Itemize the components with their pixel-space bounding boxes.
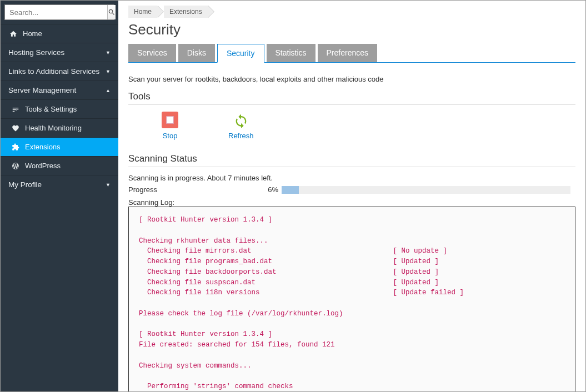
tab-services[interactable]: Services [128,44,176,62]
nav-extensions[interactable]: Extensions [1,137,118,156]
stop-button[interactable]: Stop [162,112,178,140]
breadcrumb-home[interactable]: Home [128,6,157,18]
nav-home[interactable]: Home [1,24,118,43]
search-input[interactable] [5,5,107,19]
refresh-button[interactable]: Refresh [228,112,254,140]
page-title: Security [118,18,585,44]
tab-security[interactable]: Security [217,44,264,63]
scan-log: [ Rootkit Hunter version 1.3.4 ] Checkin… [128,207,575,391]
puzzle-icon [11,143,21,151]
nav-item-label: Tools & Settings [25,105,77,113]
search-icon [108,8,116,16]
nav-additional-services[interactable]: Links to Additional Services▼ [1,62,118,81]
home-icon [8,30,18,38]
nav-health-monitoring[interactable]: Health Monitoring [1,118,118,137]
nav-item-label: WordPress [25,162,61,170]
page-description: Scan your server for rootkits, backdoors… [128,75,575,83]
nav-tools-settings[interactable]: Tools & Settings [1,99,118,118]
nav-section-label: Server Management [8,86,76,94]
tab-statistics[interactable]: Statistics [267,44,315,62]
caret-down-icon: ▼ [106,50,111,56]
nav-section-label: My Profile [8,180,42,189]
tools-heading: Tools [128,91,575,105]
nav-hosting-services[interactable]: Hosting Services▼ [1,43,118,62]
nav-my-profile[interactable]: My Profile▼ [1,175,118,194]
search-button[interactable] [107,5,116,19]
status-heading: Scanning Status [128,153,575,167]
progress-percent: 6% [262,185,278,194]
nav-server-management[interactable]: Server Management▲ [1,81,118,99]
sliders-icon [11,105,21,113]
breadcrumb: Home Extensions [118,3,585,18]
refresh-icon [233,112,249,128]
caret-down-icon: ▼ [106,69,111,74]
search-box [4,4,114,20]
tabs: Services Disks Security Statistics Prefe… [128,44,575,63]
main-content: Home Extensions Security Services Disks … [118,1,585,391]
sidebar: Home Hosting Services▼ Links to Addition… [1,1,118,391]
stop-icon [162,112,178,128]
progress-bar [282,186,570,194]
nav-section-label: Links to Additional Services [8,67,99,76]
tab-disks[interactable]: Disks [178,44,215,62]
log-label: Scanning Log: [128,198,575,207]
caret-up-icon: ▲ [106,88,111,93]
tab-preferences[interactable]: Preferences [318,44,377,62]
caret-down-icon: ▼ [106,182,111,188]
breadcrumb-extensions[interactable]: Extensions [164,6,208,18]
stop-label: Stop [163,132,178,140]
progress-label: Progress [128,185,262,194]
nav-home-label: Home [23,29,42,38]
refresh-label: Refresh [228,132,254,140]
nav-section-label: Hosting Services [8,48,64,57]
nav-item-label: Extensions [25,143,61,151]
nav-item-label: Health Monitoring [25,124,82,132]
nav-wordpress[interactable]: WordPress [1,156,118,175]
wordpress-icon [11,162,21,170]
heart-icon [11,124,21,132]
progress-fill [282,186,299,194]
status-text: Scanning is in progress. About 7 minutes… [128,174,575,182]
